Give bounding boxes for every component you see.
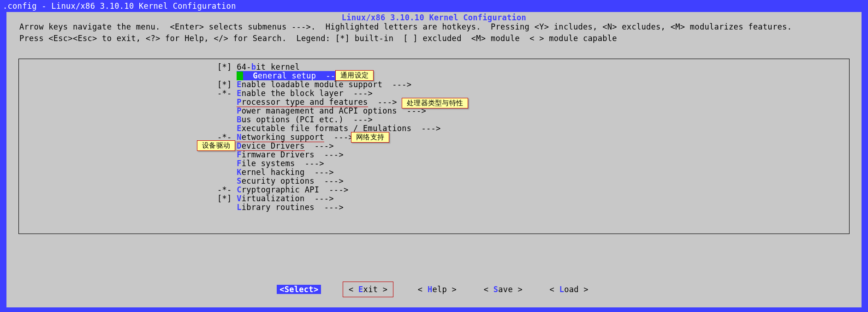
menu-item-label: Power management and ACPI options ---> [237, 106, 426, 115]
menu-item[interactable]: [*] 64-bit kernel [217, 63, 441, 72]
hotkey-char: N [237, 132, 242, 142]
menu-item-state: -*- [217, 185, 237, 194]
menu-item[interactable]: Firmware Drivers ---> [217, 150, 441, 159]
menu-item-label: Processor type and features ---> [237, 97, 397, 107]
menu-item[interactable]: [*] Virtualization ---> [217, 194, 441, 203]
annotation-processor: 处理器类型与特性 [402, 98, 468, 108]
menu-item-state [217, 71, 237, 80]
hotkey-char: P [237, 106, 242, 115]
menu-item[interactable]: -*- Networking support ---> [217, 133, 441, 142]
hotkey-char: K [237, 168, 242, 177]
menu-item-label: General setup ---> [237, 71, 347, 80]
hotkey-char: E [237, 89, 242, 98]
dialog-title: Linux/x86 3.10.10 Kernel Configuration [6, 12, 862, 22]
menu-item-state: [*] [217, 194, 237, 203]
hotkey-char: G [253, 71, 258, 80]
menu-item[interactable]: [*] Enable loadable module support ---> [217, 80, 441, 89]
menu-item[interactable]: -*- Enable the block layer ---> [217, 89, 441, 98]
annotation-general: 通用设定 [335, 70, 374, 81]
select-button[interactable]: <Select> [277, 285, 321, 294]
menu-item-state [217, 124, 237, 133]
menu-item-label: Security options ---> [237, 176, 344, 186]
hotkey-char: P [237, 97, 242, 107]
menu-item-state: -*- [217, 89, 237, 98]
menu-item-state [217, 97, 237, 107]
menu-item[interactable]: Library routines ---> [217, 203, 441, 212]
hotkey-char: V [237, 194, 242, 203]
exit-button[interactable]: < Exit > [343, 282, 393, 297]
menu-item[interactable]: File systems ---> [217, 159, 441, 168]
menu-item-label: Virtualization ---> [237, 194, 334, 203]
hotkey-char: S [237, 176, 242, 186]
load-button[interactable]: < Load > [547, 285, 591, 294]
help-text-line1: Arrow keys navigate the menu. <Enter> se… [6, 22, 862, 34]
hotkey-char: D [237, 141, 242, 150]
menu-frame: [*] 64-bit kernel General setup --->[*] … [18, 59, 850, 234]
dialog-frame: Linux/x86 3.10.10 Kernel Configuration A… [6, 12, 862, 307]
help-button[interactable]: < Help > [415, 285, 459, 294]
menu-item-state [217, 168, 237, 177]
menu-item[interactable]: Security options ---> [217, 177, 441, 186]
hotkey-char: L [237, 203, 242, 212]
window-titlebar: .config - Linux/x86 3.10.10 Kernel Confi… [0, 0, 868, 12]
hotkey-char: b [251, 62, 256, 72]
menu-item-label: Networking support ---> [237, 132, 353, 142]
save-button[interactable]: < Save > [481, 285, 525, 294]
menu-item-label: Enable the block layer ---> [237, 89, 373, 98]
annotation-device: 设备驱动 [197, 140, 235, 151]
menu-item[interactable]: Bus options (PCI etc.) ---> [217, 115, 441, 124]
menu-item[interactable]: Kernel hacking ---> [217, 168, 441, 177]
menu-item-label: Cryptographic API ---> [237, 185, 348, 194]
menu-item-label: Executable file formats / Emulations ---… [237, 124, 440, 133]
menu-item-label: Kernel hacking ---> [237, 168, 334, 177]
hotkey-char: C [237, 185, 242, 194]
menu-item-state [217, 150, 237, 159]
hotkey-char: F [237, 150, 242, 159]
annotation-network: 网络支持 [351, 132, 389, 143]
menu-item[interactable]: General setup ---> [217, 72, 441, 80]
menu-item-state: [*] [217, 62, 237, 72]
menu-item-label: Bus options (PCI etc.) ---> [237, 115, 373, 124]
hotkey-char: E [237, 80, 242, 89]
menu-item-label: 64-bit kernel [237, 62, 300, 72]
menu-item-state [217, 115, 237, 124]
menu-list: [*] 64-bit kernel General setup --->[*] … [217, 63, 441, 212]
menu-item-state [217, 159, 237, 168]
hotkey-char: F [237, 159, 242, 168]
hotkey-char: B [237, 115, 242, 124]
menu-item[interactable]: -*- Cryptographic API ---> [217, 186, 441, 194]
menu-item-label: Firmware Drivers ---> [237, 150, 344, 159]
menu-item-label: Library routines ---> [237, 203, 344, 212]
help-text-line2: Press <Esc><Esc> to exit, <?> for Help, … [6, 34, 862, 45]
menu-item-state [217, 106, 237, 115]
hotkey-char: E [237, 124, 242, 133]
menu-item[interactable]: Executable file formats / Emulations ---… [217, 124, 441, 133]
menu-item-state: [*] [217, 80, 237, 89]
menu-item-label: Enable loadable module support ---> [237, 80, 411, 89]
selection-indicator [237, 72, 243, 80]
button-bar: <Select> < Exit > < Help > < Save > < Lo… [6, 282, 862, 297]
menu-item-label: Device Drivers ---> [237, 141, 334, 151]
menu-item-state [217, 203, 237, 212]
menu-item-label: File systems ---> [237, 159, 324, 168]
menu-item[interactable]: Device Drivers ---> [217, 142, 441, 150]
menu-item-state [217, 176, 237, 186]
